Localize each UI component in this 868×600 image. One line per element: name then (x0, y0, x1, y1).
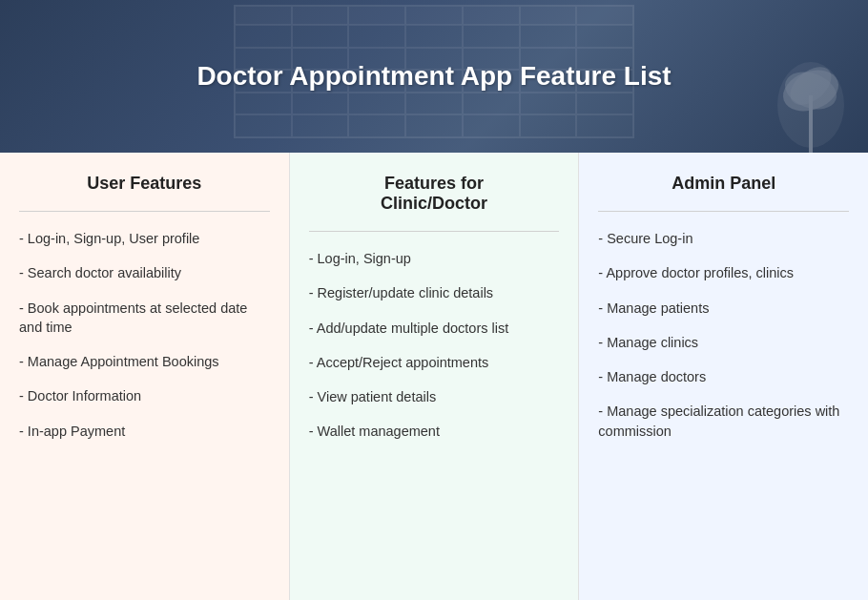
list-item: Doctor Information (19, 379, 270, 413)
list-item: View patient details (309, 380, 560, 414)
page-title: Doctor Appointment App Feature List (196, 61, 671, 92)
list-item: Wallet management (309, 414, 560, 448)
list-item: Approve doctor profiles, clinics (598, 256, 849, 290)
list-item: Book appointments at selected date and t… (19, 291, 270, 345)
list-item: In-app Payment (19, 414, 270, 448)
clinic-features-header: Features for Clinic/Doctor (309, 153, 560, 232)
admin-panel-header: Admin Panel (598, 153, 849, 212)
list-item: Manage clinics (598, 325, 849, 360)
list-item: Search doctor availability (19, 256, 270, 290)
user-features-column: User Features Log-in, Sign-up, User prof… (0, 153, 290, 600)
list-item: Manage doctors (598, 360, 849, 394)
list-item: Log-in, Sign-up (309, 241, 560, 276)
page-wrapper: Doctor Appointment App Feature List User… (0, 0, 868, 600)
palm-icon (773, 57, 849, 153)
list-item: Register/update clinic details (309, 276, 560, 310)
list-item: Secure Log-in (598, 221, 849, 256)
admin-panel-column: Admin Panel Secure Log-in Approve doctor… (579, 153, 868, 600)
list-item: Manage Appointment Bookings (19, 344, 270, 379)
user-features-list: Log-in, Sign-up, User profile Search doc… (19, 221, 270, 448)
list-item: Manage patients (598, 291, 849, 325)
header-section: Doctor Appointment App Feature List (0, 0, 868, 153)
list-item: Add/update multiple doctors list (309, 311, 560, 345)
list-item: Log-in, Sign-up, User profile (19, 221, 270, 256)
user-features-header: User Features (19, 153, 270, 212)
clinic-features-column: Features for Clinic/Doctor Log-in, Sign-… (290, 153, 580, 600)
list-item: Accept/Reject appointments (309, 345, 560, 380)
admin-features-list: Secure Log-in Approve doctor profiles, c… (598, 221, 849, 448)
clinic-features-list: Log-in, Sign-up Register/update clinic d… (309, 241, 560, 449)
list-item: Manage specialization categories with co… (598, 394, 849, 448)
feature-columns: User Features Log-in, Sign-up, User prof… (0, 153, 868, 600)
